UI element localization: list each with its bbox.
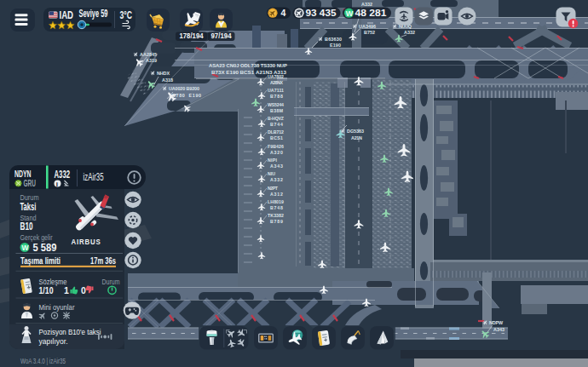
svg-text:NDPW: NDPW: [489, 320, 504, 325]
svg-text:UA7802: UA7802: [268, 74, 284, 79]
svg-text:i: i: [56, 181, 58, 188]
svg-text:AIRBUS: AIRBUS: [72, 237, 101, 246]
svg-text:A332: A332: [55, 169, 71, 181]
svg-text:A312: A312: [270, 192, 283, 197]
svg-text:BCS1: BCS1: [270, 135, 283, 140]
svg-text:5 589: 5 589: [33, 242, 57, 254]
svg-text:17m 36s: 17m 36s: [90, 255, 116, 266]
svg-text:0: 0: [81, 285, 86, 295]
svg-text:LH8019: LH8019: [268, 199, 284, 204]
svg-text:B748: B748: [270, 205, 283, 210]
svg-text:UA0020 B9200: UA0020 B9200: [169, 86, 199, 91]
svg-text:B789: B789: [270, 219, 283, 224]
svg-text:yapılıyor.: yapılıyor.: [39, 337, 68, 346]
svg-text:GRU: GRU: [24, 178, 37, 188]
svg-text:A318: A318: [162, 77, 173, 83]
svg-text:NIPI: NIPI: [268, 158, 278, 163]
svg-text:178/194: 178/194: [180, 32, 204, 40]
svg-text:A332: A332: [270, 177, 283, 182]
svg-text:W: W: [21, 244, 29, 252]
svg-text:NHDX: NHDX: [157, 71, 170, 76]
svg-text:Gerçek gelir: Gerçek gelir: [20, 233, 53, 242]
svg-text:Taşıma limiti: Taşıma limiti: [20, 255, 61, 266]
svg-text:A319: A319: [146, 58, 157, 63]
svg-text:1: 1: [64, 285, 69, 295]
svg-text:3°C: 3°C: [120, 9, 133, 21]
svg-text:A320: A320: [270, 150, 283, 155]
svg-text:48 281: 48 281: [355, 8, 387, 18]
svg-text:B10: B10: [20, 221, 33, 232]
svg-text:Pozisyon B10'e taksi: Pozisyon B10'e taksi: [39, 328, 101, 336]
svg-text:1/10: 1/10: [39, 285, 54, 295]
svg-text:93 435: 93 435: [306, 8, 337, 18]
svg-text:Durum: Durum: [102, 278, 120, 286]
svg-text:ASA23 CN0J ODL738 TS330 NUP: ASA23 CN0J ODL738 TS330 NUP: [209, 63, 287, 68]
svg-text:F9B426: F9B426: [268, 144, 284, 149]
svg-text:A21N: A21N: [351, 135, 362, 140]
svg-text:IAD: IAD: [60, 9, 74, 21]
svg-text:A343: A343: [493, 327, 504, 332]
svg-text:N2PT: N2PT: [268, 186, 279, 191]
svg-text:B38M: B38M: [270, 108, 283, 113]
svg-text:A343: A343: [270, 163, 283, 169]
svg-text:izAir35: izAir35: [84, 171, 104, 183]
svg-text:UA3496: UA3496: [359, 24, 376, 29]
svg-text:B752: B752: [364, 30, 375, 35]
svg-text:Taksi: Taksi: [20, 201, 37, 213]
svg-text:A28NX: A28NX: [270, 80, 284, 85]
svg-text:WS5244: WS5244: [268, 102, 284, 107]
svg-text:AA2845: AA2845: [140, 52, 157, 57]
svg-text:B744: B744: [270, 122, 283, 127]
svg-text:TK3382: TK3382: [268, 213, 284, 218]
svg-text:B63630: B63630: [325, 37, 342, 42]
svg-text:Mini oyunlar: Mini oyunlar: [39, 303, 75, 312]
svg-text:W: W: [346, 9, 354, 18]
svg-text:NIU: NIU: [268, 171, 275, 176]
svg-text:97/194: 97/194: [211, 32, 232, 40]
svg-text:B788: B788: [270, 94, 283, 99]
svg-text:B780 E190: B780 E190: [172, 93, 201, 98]
svg-text:Seviye 59: Seviye 59: [79, 8, 108, 20]
svg-text:UA7111: UA7111: [268, 88, 284, 93]
svg-text:E190: E190: [330, 43, 341, 48]
svg-text:WoA 3.4.0 | izAir35: WoA 3.4.0 | izAir35: [20, 357, 66, 365]
svg-text:A332: A332: [404, 30, 415, 35]
svg-text:DG5363: DG5363: [347, 129, 364, 134]
svg-text:DLB712: DLB712: [268, 129, 284, 135]
svg-text:B-HQVZ: B-HQVZ: [268, 116, 285, 121]
svg-text:4: 4: [281, 8, 286, 18]
svg-text:A332: A332: [361, 2, 372, 7]
